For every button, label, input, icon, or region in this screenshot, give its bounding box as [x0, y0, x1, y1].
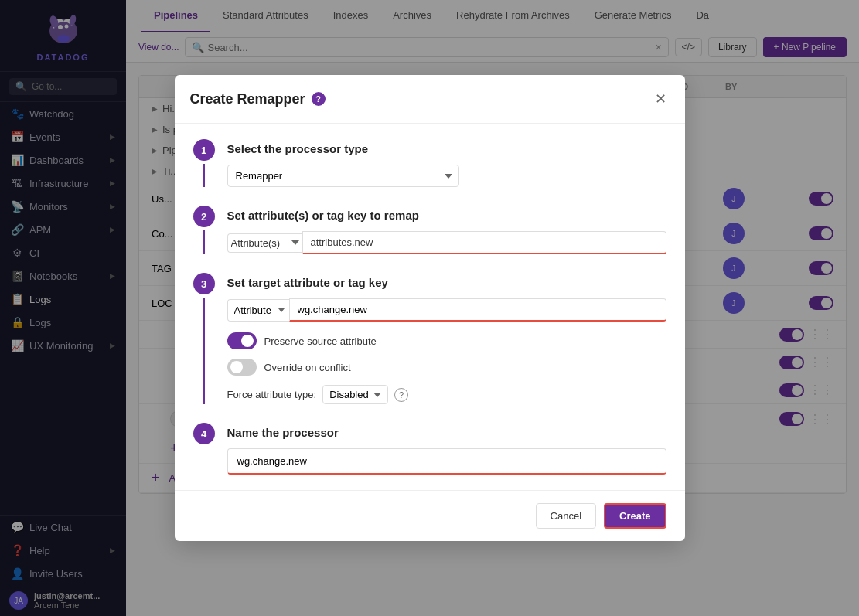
- modal-body: 1 Select the processor type Remapper Gro…: [175, 124, 685, 490]
- step4-circle: 4: [193, 423, 215, 444]
- force-attr-help-icon[interactable]: ?: [394, 388, 408, 402]
- step3-sidebar: 3: [193, 273, 215, 404]
- step2-container: 2 Set attribute(s) or tag key to remap A…: [193, 206, 666, 254]
- modal-footer: Cancel Create: [175, 490, 685, 541]
- override-conflict-toggle[interactable]: [227, 359, 257, 376]
- step2-circle: 2: [193, 206, 215, 227]
- step4-title: Name the processor: [227, 426, 666, 439]
- step2-title: Set attribute(s) or tag key to remap: [227, 209, 666, 222]
- help-icon[interactable]: ?: [312, 92, 326, 106]
- step4-container: 4 Name the processor: [193, 423, 666, 475]
- step2-input-group: Attribute(s) Tag: [227, 231, 666, 254]
- force-attr-label: Force attribute type:: [227, 389, 317, 400]
- step-connector-line-3: [203, 298, 205, 404]
- step1-container: 1 Select the processor type Remapper Gro…: [193, 139, 666, 187]
- step1-content: Select the processor type Remapper Grok …: [227, 139, 666, 187]
- step-connector-line: [203, 164, 205, 187]
- step-connector-line: [203, 230, 205, 254]
- modal-overlay[interactable]: Create Remapper ? ✕ 1 Select the process…: [0, 0, 859, 616]
- create-button[interactable]: Create: [604, 503, 666, 529]
- target-input-group: Attribute Tag: [227, 298, 666, 322]
- override-conflict-row: Override on conflict: [227, 359, 666, 376]
- step3-title: Set target attribute or tag key: [227, 276, 666, 289]
- attribute-value-input[interactable]: [302, 231, 666, 254]
- modal-header: Create Remapper ? ✕: [175, 75, 685, 124]
- step3-container: 3 Set target attribute or tag key Attrib…: [193, 273, 666, 404]
- override-conflict-label: Override on conflict: [264, 362, 351, 373]
- close-button[interactable]: ✕: [652, 87, 670, 111]
- attribute-type-select[interactable]: Attribute(s) Tag: [227, 233, 302, 253]
- preserve-source-toggle[interactable]: [227, 332, 257, 349]
- step2-sidebar: 2: [193, 206, 215, 254]
- step1-circle: 1: [193, 139, 215, 161]
- force-attr-select[interactable]: Disabled integer double string boolean a…: [322, 385, 388, 404]
- processor-type-select[interactable]: Remapper Grok Parser JSON Parser: [227, 165, 459, 187]
- preserve-source-row: Preserve source attribute: [227, 332, 666, 349]
- step4-content: Name the processor: [227, 423, 666, 475]
- cancel-button[interactable]: Cancel: [536, 503, 596, 529]
- create-remapper-modal: Create Remapper ? ✕ 1 Select the process…: [175, 75, 685, 541]
- step2-content: Set attribute(s) or tag key to remap Att…: [227, 206, 666, 254]
- target-value-input[interactable]: [289, 298, 666, 322]
- target-type-select[interactable]: Attribute Tag: [227, 299, 289, 322]
- step3-content: Set target attribute or tag key Attribut…: [227, 273, 666, 404]
- step4-sidebar: 4: [193, 423, 215, 475]
- modal-title: Create Remapper ?: [190, 91, 326, 107]
- preserve-source-label: Preserve source attribute: [264, 335, 377, 347]
- step3-circle: 3: [193, 273, 215, 294]
- processor-name-input[interactable]: [227, 448, 666, 475]
- force-attr-row: Force attribute type: Disabled integer d…: [227, 385, 666, 404]
- step1-title: Select the processor type: [227, 142, 666, 155]
- step1-sidebar: 1: [193, 139, 215, 187]
